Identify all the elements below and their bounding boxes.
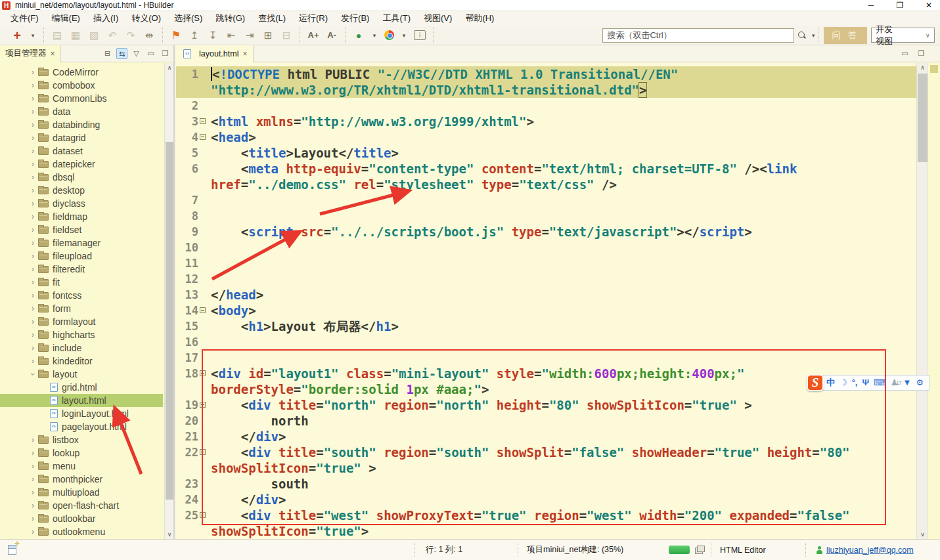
export-doc-button[interactable]: ↧ — [207, 28, 219, 43]
code-line-wrap[interactable]: "http://www.w3.org/TR/xhtml1/DTD/xhtml1-… — [176, 82, 916, 98]
punctuation-icon[interactable]: °, — [852, 376, 858, 390]
chevron-collapsed-icon[interactable]: › — [29, 343, 37, 353]
search-caret-icon[interactable]: ▾ — [810, 28, 817, 43]
minimize-panel-icon[interactable]: ▭ — [145, 48, 156, 59]
tree-item-desktop[interactable]: ›desktop — [0, 184, 163, 197]
code-line-18[interactable]: 18<div id="layout1" class="mini-layout" … — [176, 366, 916, 381]
chevron-collapsed-icon[interactable]: › — [29, 356, 37, 366]
chrome-caret[interactable]: ▾ — [401, 28, 407, 43]
new-file-caret[interactable]: ▾ — [30, 28, 36, 43]
font-increase-button[interactable]: A+ — [307, 28, 319, 43]
code-line-20[interactable]: 20 north — [176, 413, 916, 429]
code-line-wrap[interactable]: href="../demo.css" rel="stylesheet" type… — [176, 177, 916, 192]
restore-window-icon[interactable]: ❐ — [894, 1, 906, 11]
tree-item-fileupload[interactable]: ›fileupload — [0, 249, 163, 263]
tree-item-fontcss[interactable]: ›fontcss — [0, 289, 163, 302]
menu-item[interactable]: 编辑(E) — [45, 11, 87, 26]
chevron-collapsed-icon[interactable]: › — [29, 527, 37, 536]
save-button[interactable]: ▤ — [51, 28, 63, 43]
scroll-down-icon[interactable]: ∨ — [165, 530, 174, 539]
tree-item-open-flash-chart[interactable]: ›open-flash-chart — [0, 499, 163, 512]
tree-item-loginLayout.html[interactable]: ›‹›loginLayout.html — [0, 407, 163, 420]
code-line-3[interactable]: 3<html xmlns="http://www.w3.org/1999/xht… — [176, 114, 916, 129]
tree-item-kindeditor[interactable]: ›kindeditor — [0, 355, 163, 368]
close-window-icon[interactable]: ✕ — [923, 1, 935, 11]
chevron-expanded-icon[interactable]: › — [28, 370, 37, 378]
tree-item-dataset[interactable]: ›dataset — [0, 144, 163, 158]
keyboard-icon[interactable]: ⌨ — [874, 376, 886, 390]
user-email-link[interactable]: liuzhiyuan_jeff@qq.com — [826, 546, 914, 555]
format-button[interactable]: ⇹ — [143, 28, 155, 43]
maximize-panel-icon[interactable]: ❐ — [160, 48, 171, 59]
fold-marker-icon[interactable] — [200, 370, 206, 376]
console-button[interactable]: i — [414, 30, 426, 40]
code-line-5[interactable]: 5 <title>Layout</title> — [176, 145, 916, 161]
code-line-22[interactable]: 22 <div title="south" region="south" sho… — [176, 444, 916, 460]
code-line-2[interactable]: 2 — [176, 98, 916, 114]
chevron-collapsed-icon[interactable]: › — [29, 435, 37, 444]
tree-item-CodeMirror[interactable]: ›CodeMirror — [0, 66, 163, 79]
chevron-collapsed-icon[interactable]: › — [29, 330, 37, 339]
tree-item-include[interactable]: ›include — [0, 341, 163, 355]
code-line-12[interactable]: 12 — [176, 271, 916, 287]
menu-item[interactable]: 跳转(G) — [209, 11, 252, 26]
menu-item[interactable]: 视图(V) — [417, 11, 459, 26]
tree-item-menu[interactable]: ›menu — [0, 460, 163, 473]
chevron-collapsed-icon[interactable]: › — [29, 488, 37, 497]
chevron-collapsed-icon[interactable]: › — [29, 68, 37, 77]
code-line-9[interactable]: 9 <script src="../../scripts/boot.js" ty… — [176, 224, 916, 240]
code-line-wrap[interactable]: borderStyle="border:solid 1px #aaa;"> — [176, 381, 916, 397]
chevron-collapsed-icon[interactable]: › — [29, 173, 37, 182]
new-file-button[interactable]: + — [11, 28, 23, 43]
tree-item-fieldmap[interactable]: ›fieldmap — [0, 210, 163, 223]
scroll-down-icon[interactable]: ∨ — [917, 530, 928, 539]
chevron-collapsed-icon[interactable]: › — [29, 278, 37, 287]
redo-button[interactable]: ↷ — [125, 28, 137, 43]
tree-item-layout.html[interactable]: ›‹›layout.html — [0, 394, 163, 407]
tree-item-pagelayout.html[interactable]: ›‹›pagelayout.html — [0, 420, 163, 433]
code-line-10[interactable]: 10 — [176, 240, 916, 255]
code-line-11[interactable]: 11 — [176, 255, 916, 271]
profile-icon[interactable]: ♟17 — [891, 376, 899, 390]
tree-item-diyclass[interactable]: ›diyclass — [0, 197, 163, 210]
chevron-collapsed-icon[interactable]: › — [29, 133, 37, 142]
chevron-collapsed-icon[interactable]: › — [29, 317, 37, 326]
chrome-button[interactable] — [384, 30, 394, 40]
run-browser-caret[interactable]: ▾ — [371, 28, 378, 43]
code-line-14[interactable]: 14<body> — [176, 303, 916, 318]
code-line-1[interactable]: 1<!DOCTYPE html PUBLIC "-//W3C//DTD XHTM… — [176, 66, 916, 82]
tree-item-monthpicker[interactable]: ›monthpicker — [0, 473, 163, 486]
toolbox-icon[interactable]: ⚙ — [916, 376, 924, 390]
chevron-collapsed-icon[interactable]: › — [29, 304, 37, 313]
tree-item-lookup[interactable]: ›lookup — [0, 446, 163, 460]
fold-marker-icon[interactable] — [200, 512, 206, 518]
chevron-collapsed-icon[interactable]: › — [29, 265, 37, 274]
scroll-up-icon[interactable]: ∧ — [917, 63, 928, 72]
chevron-collapsed-icon[interactable]: › — [29, 238, 37, 248]
fold-marker-icon[interactable] — [200, 307, 206, 313]
chevron-collapsed-icon[interactable]: › — [29, 462, 37, 471]
code-line-25[interactable]: 25 <div title="west" showProxyText="true… — [176, 507, 916, 523]
tree-item-dbsql[interactable]: ›dbsql — [0, 171, 163, 184]
qa-button[interactable]: 问 答 — [824, 27, 867, 44]
tree-item-form[interactable]: ›form — [0, 302, 163, 315]
menu-item[interactable]: 查找(L) — [252, 11, 292, 26]
code-line-wrap[interactable]: showSplitIcon="true"> — [176, 523, 916, 539]
tree-item-filteredit[interactable]: ›filteredit — [0, 263, 163, 276]
scrollbar-thumb[interactable] — [918, 74, 928, 162]
code-line-16[interactable]: 16 — [176, 334, 916, 350]
close-doc-button[interactable]: ▧ — [88, 28, 100, 43]
editor-scrollbar[interactable]: ∧ ∨ — [916, 63, 928, 539]
maximize-editor-icon[interactable]: ❐ — [916, 48, 927, 59]
chevron-collapsed-icon[interactable]: › — [29, 94, 37, 103]
tree-item-datepicker[interactable]: ›datepicker — [0, 158, 163, 171]
menu-item[interactable]: 文件(F) — [4, 11, 45, 26]
undo-button[interactable]: ↶ — [106, 28, 118, 43]
chevron-collapsed-icon[interactable]: › — [29, 475, 37, 484]
code-area[interactable]: 1<!DOCTYPE html PUBLIC "-//W3C//DTD XHTM… — [176, 63, 916, 539]
menu-item[interactable]: 转义(O) — [125, 11, 168, 26]
code-line-7[interactable]: 7 — [176, 192, 916, 208]
fold-marker-icon[interactable] — [200, 118, 206, 124]
search-input[interactable] — [602, 28, 794, 43]
menu-item[interactable]: 运行(R) — [292, 11, 334, 26]
